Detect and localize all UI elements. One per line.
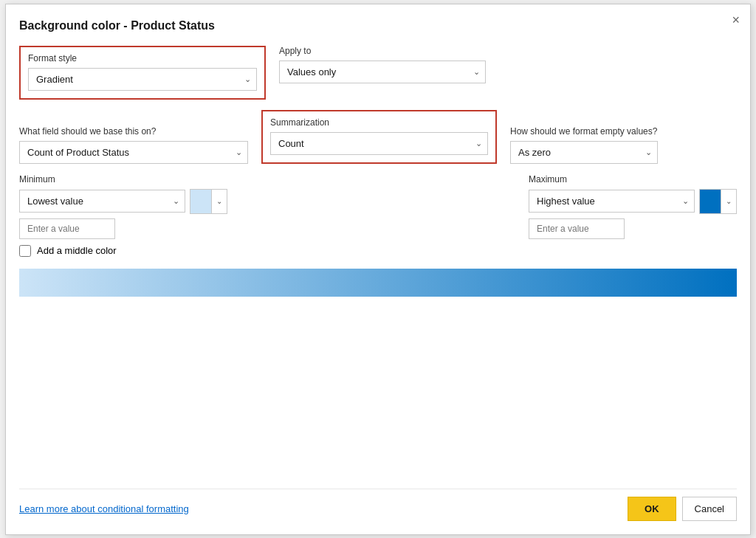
- minimum-color-chevron-btn[interactable]: ⌄: [211, 190, 227, 213]
- footer: Learn more about conditional formatting …: [19, 489, 737, 521]
- summarization-label: Summarization: [270, 117, 488, 128]
- apply-to-group: Apply to Values only ⌄: [279, 46, 486, 83]
- maximum-controls: Highest value ⌄ ⌄: [529, 189, 737, 214]
- summarization-select-wrapper: Count ⌄: [270, 132, 488, 155]
- maximum-color-chevron-btn[interactable]: ⌄: [721, 190, 736, 213]
- format-style-label: Format style: [28, 53, 257, 63]
- empty-values-group: How should we format empty values? As ze…: [510, 126, 658, 164]
- empty-values-label: How should we format empty values?: [510, 126, 658, 137]
- middle-color-checkbox[interactable]: [19, 245, 31, 257]
- minimum-value-input[interactable]: [19, 218, 115, 239]
- minimum-group: Minimum Lowest value ⌄ ⌄: [19, 174, 227, 239]
- minimum-select[interactable]: Lowest value: [19, 190, 185, 213]
- minimum-color-swatch: [190, 190, 211, 213]
- dialog-title: Background color - Product Status: [19, 19, 737, 32]
- gradient-preview-bar: [19, 269, 737, 297]
- minimum-controls: Lowest value ⌄ ⌄: [19, 189, 227, 214]
- empty-values-select[interactable]: As zero: [510, 141, 658, 164]
- ok-button[interactable]: OK: [628, 497, 676, 521]
- maximum-color-picker[interactable]: ⌄: [699, 189, 737, 214]
- learn-more-link[interactable]: Learn more about conditional formatting: [19, 503, 189, 514]
- maximum-group: Maximum Highest value ⌄ ⌄: [529, 174, 737, 239]
- base-field-select-wrapper: Count of Product Status ⌄: [19, 141, 248, 164]
- close-button[interactable]: ×: [732, 13, 740, 27]
- middle-color-row: Add a middle color: [19, 245, 737, 257]
- base-field-label: What field should we base this on?: [19, 126, 248, 137]
- dialog-background-color: × Background color - Product Status Form…: [5, 4, 751, 535]
- maximum-color-swatch: [700, 190, 721, 213]
- base-field-select[interactable]: Count of Product Status: [19, 141, 248, 164]
- cancel-button[interactable]: Cancel: [682, 497, 737, 521]
- format-style-group: Format style Gradient ⌄: [19, 46, 266, 100]
- base-field-group: What field should we base this on? Count…: [19, 126, 248, 164]
- minimum-dropdown-wrapper: Lowest value ⌄: [19, 190, 185, 213]
- maximum-select[interactable]: Highest value: [529, 190, 695, 213]
- minimum-label: Minimum: [19, 174, 227, 184]
- format-style-select[interactable]: Gradient: [28, 68, 257, 91]
- apply-to-label: Apply to: [279, 46, 486, 56]
- maximum-dropdown-wrapper: Highest value ⌄: [529, 190, 695, 213]
- summarization-group: Summarization Count ⌄: [261, 110, 497, 164]
- apply-to-select[interactable]: Values only: [279, 61, 486, 83]
- minimum-color-picker[interactable]: ⌄: [190, 189, 227, 214]
- apply-to-select-wrapper: Values only ⌄: [279, 61, 486, 83]
- format-style-select-wrapper: Gradient ⌄: [28, 68, 257, 91]
- maximum-value-input[interactable]: [529, 218, 625, 239]
- footer-buttons: OK Cancel: [628, 497, 737, 521]
- empty-values-select-wrapper: As zero ⌄: [510, 141, 658, 164]
- maximum-label: Maximum: [529, 174, 737, 184]
- middle-color-label[interactable]: Add a middle color: [37, 245, 117, 256]
- summarization-select[interactable]: Count: [270, 132, 488, 155]
